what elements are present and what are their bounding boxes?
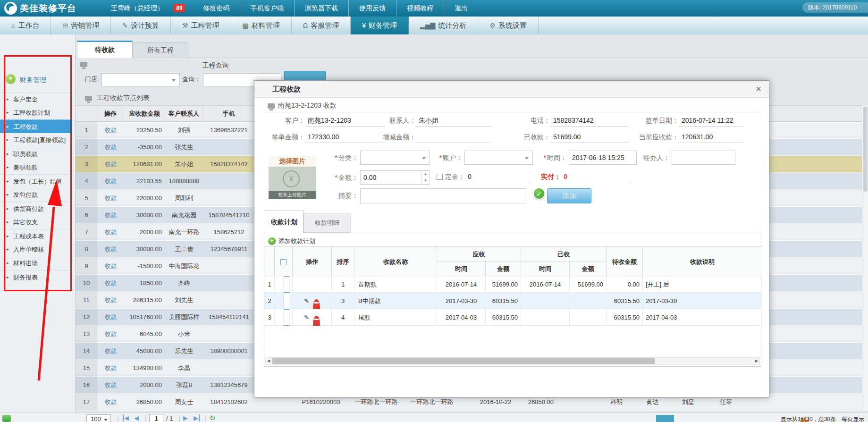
nav-statistics[interactable]: ▂▅▇统计分析 [409,17,478,34]
delete-minus-icon[interactable] [313,299,320,309]
add-button[interactable]: 添加 [547,188,591,203]
sidebar-collapse-icon[interactable]: ▼ [6,74,16,84]
row-checkbox[interactable] [284,276,290,293]
receipt-link[interactable]: 收款 [97,207,124,224]
receipt-link[interactable]: 收款 [97,258,124,275]
menu-logout[interactable]: 退出 [444,0,478,17]
sidebar-item-supplier-payment[interactable]: ▸ 供货商付款 [0,202,72,215]
sidebar-item-financial-report[interactable]: ▸ 财务报表 [0,270,72,284]
stepper-down-icon[interactable]: ▼ [421,177,430,184]
scroll-left-icon[interactable]: ◀ [266,358,271,364]
row-number: 3 [265,309,275,326]
agent-input[interactable] [672,151,735,165]
page-number-input[interactable] [149,414,163,422]
footer-partial-button[interactable] [656,415,674,422]
receipt-link[interactable]: 收款 [97,173,124,190]
agent-label: 经办人： [639,151,670,165]
menu-browser-download[interactable]: 浏览器下载 [294,0,348,17]
receipt-link[interactable]: 收款 [97,292,124,309]
nav-workbench[interactable]: ⌂工作台 [0,17,51,34]
deposit-checkbox[interactable] [437,174,443,180]
floating-helper-icon[interactable] [2,415,11,422]
menu-change-password[interactable]: 修改密码 [193,0,240,17]
receipt-link[interactable]: 收款 [97,326,124,343]
sidebar-item-project-receipt[interactable]: ▸ 工程收款 [0,119,72,133]
amount-stepper[interactable]: ▲ ▼ [360,170,430,185]
add-plan-link[interactable]: +添加收款计划 [268,235,315,246]
close-icon[interactable]: × [756,84,761,94]
menu-video-tutorial[interactable]: 视频教程 [396,0,444,17]
edit-pencil-icon[interactable]: ✎ [304,309,309,326]
receipt-link[interactable]: 收款 [97,122,124,139]
nav-finance[interactable]: ¥财务管理 [351,17,409,34]
page-size-select[interactable]: 100 [86,414,111,422]
triangle-bullet-icon: ▸ [7,243,9,256]
image-picker[interactable]: 选择图片 ¥ 暂未上传图片 [269,156,316,199]
amount-input[interactable] [361,171,421,184]
sidebar-item-contractor-settlement[interactable]: ▸ 发包（工长）结算 [0,174,72,188]
sidebar-item-project-receipt-plan[interactable]: ▸ 工程收款计划 [0,106,72,119]
delete-minus-icon[interactable] [313,316,320,326]
stepper-up-icon[interactable]: ▲ [421,171,430,177]
phone-number: 13812345679 [203,377,255,394]
money-bag-icon: ¥ [283,170,300,187]
edit-pencil-icon[interactable]: ✎ [304,293,309,309]
receipt-link[interactable]: 收款 [97,377,124,394]
category-select[interactable] [360,151,430,165]
receipt-link[interactable]: 收款 [97,343,124,360]
tab-pending-receipts[interactable]: 待收款 [77,41,133,58]
row-checkbox[interactable] [284,309,290,326]
choose-image-label[interactable]: 选择图片 [269,156,316,167]
prev-page-button[interactable]: ◀ [134,414,139,422]
receipt-link[interactable]: 收款 [97,309,124,326]
sidebar-item-parttime-withdraw[interactable]: ▸ 兼职领款 [0,160,72,174]
receipt-link[interactable]: 收款 [97,241,124,258]
nav-design-budget[interactable]: ✎设计预算 [111,17,171,34]
tab-receipt-detail[interactable]: 收款明细 [303,213,351,233]
nav-marketing[interactable]: ✉营销管理 [51,17,111,34]
scroll-right-icon[interactable]: ▶ [754,358,759,364]
menu-mobile-client[interactable]: 手机客户端 [240,0,294,17]
nav-materials[interactable]: ▦材料管理 [231,17,292,34]
menu-feedback[interactable]: 使用反馈 [348,0,396,17]
store-select[interactable] [101,73,180,86]
scrollbar-thumb[interactable] [863,107,868,192]
tab-receipt-plan[interactable]: 收款计划 [265,211,303,233]
sidebar-item-other-income-expense[interactable]: ▸ 其它收支 [0,215,72,229]
receipt-link[interactable]: 收款 [97,360,124,377]
receipt-link[interactable]: 收款 [97,139,124,156]
scrollbar-thumb[interactable] [272,358,655,364]
receipt-link[interactable]: 收款 [97,275,124,292]
phone-number [203,139,255,156]
vertical-scrollbar[interactable] [862,105,868,411]
notification-badge[interactable]: 89 [174,4,185,12]
customer-contact: 中海国际花 [165,258,203,275]
receipt-link[interactable]: 收款 [97,190,124,207]
sidebar-item-project-cost[interactable]: ▸ 工程成本表 [0,229,72,243]
summary-input[interactable] [360,188,526,203]
triangle-bullet-icon: ▸ [7,270,9,284]
customer-contact: 小米 [165,326,203,343]
sidebar-item-project-withdraw[interactable]: ▸ 工程领款[直接领款] [0,133,72,147]
next-page-button[interactable]: ▶ [183,414,188,422]
last-page-button[interactable]: ▶ [194,414,200,422]
sidebar-item-contractor-payment[interactable]: ▸ 发包付款 [0,188,72,202]
receipt-link[interactable]: 收款 [97,224,124,241]
horizontal-scrollbar[interactable]: ◀ ▶ [265,357,760,365]
nav-customer-service[interactable]: Ω客服管理 [292,17,351,34]
sidebar-item-staff-withdraw[interactable]: ▸ 职员领款 [0,147,72,160]
account-select[interactable] [464,151,533,165]
sidebar-item-customer-deposit[interactable]: ▸ 客户定金 [0,92,72,106]
sidebar-item-inbound-audit[interactable]: ▸ 入库单稽核 [0,243,72,256]
time-input[interactable] [569,151,637,165]
select-all-checkbox[interactable] [280,259,287,265]
nav-project[interactable]: ⚒工程管理 [171,17,231,34]
row-number: 11 [76,292,97,309]
first-page-button[interactable]: ◀ [123,414,129,422]
sidebar-item-material-entry[interactable]: ▸ 材料进场 [0,256,72,270]
row-checkbox[interactable] [284,293,290,309]
tab-all-projects[interactable]: 所有工程 [133,42,188,58]
receipt-link[interactable]: 收款 [97,156,124,173]
refresh-icon[interactable]: ↻ [210,414,216,422]
nav-settings[interactable]: ⚙系统设置 [478,17,539,34]
